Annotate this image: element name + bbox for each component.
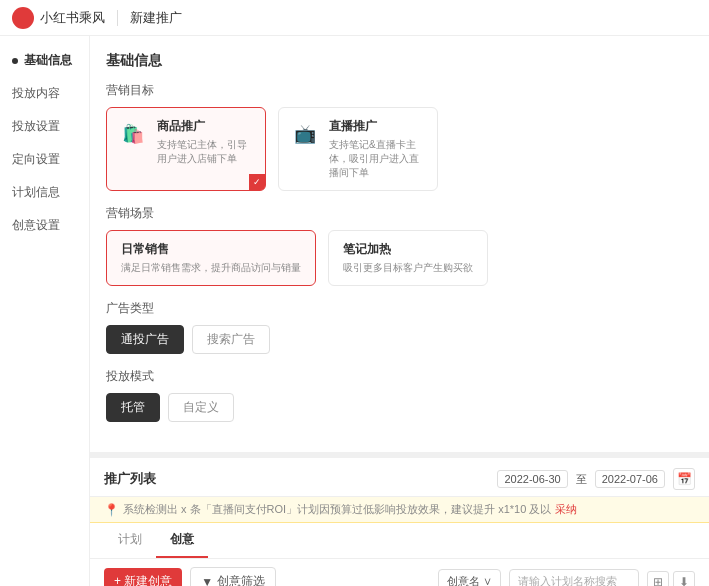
top-bar: 小红书乘风 新建推广	[0, 0, 709, 36]
tabs: 计划 创意	[90, 523, 709, 559]
toolbar-right: 创意名 ∨ 请输入计划名称搜索 ⊞ ⬇	[438, 569, 695, 586]
sidebar: 基础信息 投放内容 投放设置 定向设置 计划信息 创意设置	[0, 36, 90, 586]
calendar-icon[interactable]: 📅	[673, 468, 695, 490]
goal-card-live[interactable]: 📺 直播推广 支持笔记&直播卡主体，吸引用户进入直播间下单	[278, 107, 438, 191]
form-section: 基础信息 营销目标 🛍️ 商品推广 支持笔记主体，引导用户进入店铺下单 📺 直播…	[90, 36, 709, 458]
table-header-right: 2022-06-30 至 2022-07-06 📅	[497, 468, 695, 490]
table-title: 推广列表	[104, 470, 156, 488]
product-title: 商品推广	[157, 118, 255, 135]
toolbar-left: + 新建创意 ▼ 创意筛选	[104, 567, 276, 586]
logo-area: 小红书乘风	[12, 7, 105, 29]
product-content: 商品推广 支持笔记主体，引导用户进入店铺下单	[157, 118, 255, 166]
table-header-bar: 推广列表 2022-06-30 至 2022-07-06 📅	[90, 458, 709, 497]
sort-select[interactable]: 创意名 ∨	[438, 569, 501, 586]
tab-plan[interactable]: 计划	[104, 523, 156, 558]
sidebar-item-creative[interactable]: 创意设置	[0, 209, 89, 242]
sidebar-item-plan[interactable]: 计划信息	[0, 176, 89, 209]
live-desc: 支持笔记&直播卡主体，吸引用户进入直播间下单	[329, 138, 427, 180]
sidebar-item-target[interactable]: 定向设置	[0, 143, 89, 176]
top-divider	[117, 10, 118, 26]
main-layout: 基础信息 投放内容 投放设置 定向设置 计划信息 创意设置 基础信息 营销目标 …	[0, 36, 709, 586]
live-content: 直播推广 支持笔记&直播卡主体，吸引用户进入直播间下单	[329, 118, 427, 180]
alert-bar: 📍 系统检测出 x 条「直播间支付ROI」计划因预算过低影响投放效果，建议提升 …	[90, 497, 709, 523]
mode-label: 投放模式	[106, 368, 693, 385]
selected-check	[249, 174, 265, 190]
goal-card-product[interactable]: 🛍️ 商品推广 支持笔记主体，引导用户进入店铺下单	[106, 107, 266, 191]
filter-icon: ▼	[201, 575, 213, 587]
mode-group: 托管 自定义	[106, 393, 693, 422]
scene-label: 营销场景	[106, 205, 693, 222]
tab-creative[interactable]: 创意	[156, 523, 208, 558]
note-title: 笔记加热	[343, 241, 473, 258]
goal-cards: 🛍️ 商品推广 支持笔记主体，引导用户进入店铺下单 📺 直播推广 支持笔记&直播…	[106, 107, 693, 191]
alert-link[interactable]: 采纳	[555, 502, 577, 517]
date-from[interactable]: 2022-06-30	[497, 470, 567, 488]
alert-icon: 📍	[104, 503, 119, 517]
scene-card-daily[interactable]: 日常销售 满足日常销售需求，提升商品访问与销量	[106, 230, 316, 286]
goal-label: 营销目标	[106, 82, 693, 99]
live-icon: 📺	[289, 118, 321, 150]
alert-text: 系统检测出 x 条「直播间支付ROI」计划因预算过低影响投放效果，建议提升 x1…	[123, 502, 551, 517]
search-input[interactable]: 请输入计划名称搜索	[509, 569, 639, 586]
download-icon[interactable]: ⬇	[673, 571, 695, 587]
date-separator: 至	[576, 472, 587, 487]
grid-icon[interactable]: ⊞	[647, 571, 669, 587]
table-section: 推广列表 2022-06-30 至 2022-07-06 📅 📍 系统检测出 x…	[90, 458, 709, 586]
new-creative-button[interactable]: + 新建创意	[104, 568, 182, 586]
product-icon: 🛍️	[117, 118, 149, 150]
scene-card-note[interactable]: 笔记加热 吸引更多目标客户产生购买欲	[328, 230, 488, 286]
table-view-icons: ⊞ ⬇	[647, 571, 695, 587]
logo-text: 小红书乘风	[40, 9, 105, 27]
content-area: 基础信息 营销目标 🛍️ 商品推广 支持笔记主体，引导用户进入店铺下单 📺 直播…	[90, 36, 709, 586]
active-dot	[12, 58, 18, 64]
sidebar-item-settings[interactable]: 投放设置	[0, 110, 89, 143]
product-desc: 支持笔记主体，引导用户进入店铺下单	[157, 138, 255, 166]
form-title: 基础信息	[106, 52, 693, 70]
daily-title: 日常销售	[121, 241, 301, 258]
live-title: 直播推广	[329, 118, 427, 135]
sidebar-item-invest[interactable]: 投放内容	[0, 77, 89, 110]
daily-desc: 满足日常销售需求，提升商品访问与销量	[121, 261, 301, 275]
mode-custom[interactable]: 自定义	[168, 393, 234, 422]
scene-cards: 日常销售 满足日常销售需求，提升商品访问与销量 笔记加热 吸引更多目标客户产生购…	[106, 230, 693, 286]
adtype-search[interactable]: 搜索广告	[192, 325, 270, 354]
page-title: 新建推广	[130, 9, 182, 27]
adtype-label: 广告类型	[106, 300, 693, 317]
note-desc: 吸引更多目标客户产生购买欲	[343, 261, 473, 275]
filter-button[interactable]: ▼ 创意筛选	[190, 567, 276, 586]
toolbar: + 新建创意 ▼ 创意筛选 创意名 ∨ 请输入计划名称搜索 ⊞ ⬇	[90, 559, 709, 586]
mode-hosted[interactable]: 托管	[106, 393, 160, 422]
adtype-general[interactable]: 通投广告	[106, 325, 184, 354]
date-to[interactable]: 2022-07-06	[595, 470, 665, 488]
sidebar-item-basic[interactable]: 基础信息	[0, 44, 89, 77]
adtype-group: 通投广告 搜索广告	[106, 325, 693, 354]
logo-icon	[12, 7, 34, 29]
